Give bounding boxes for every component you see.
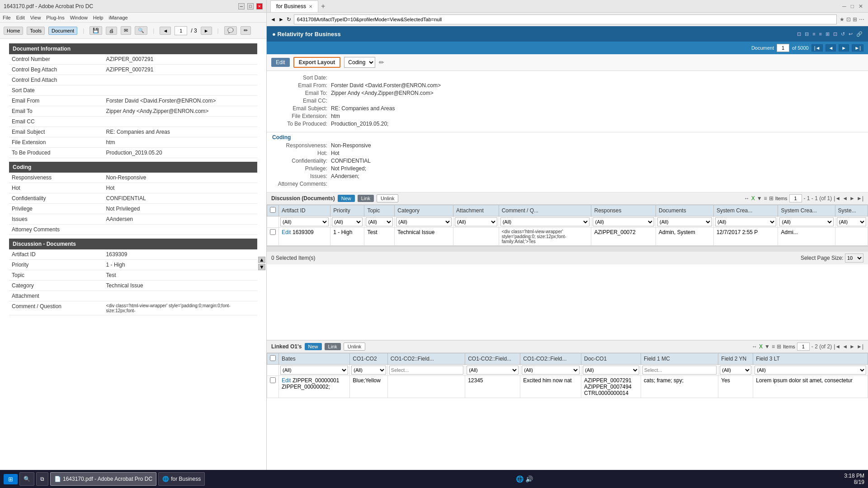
edit-button[interactable]: Edit — [271, 58, 290, 67]
scroll-controls[interactable]: ▲ ▼ — [258, 257, 265, 270]
header-icon-5[interactable]: ⊞ — [826, 31, 830, 37]
menu-view[interactable]: View — [30, 15, 41, 20]
page-input[interactable]: Home — [175, 26, 187, 35]
linked-filter-field2[interactable]: (All) — [465, 365, 520, 376]
export-layout-button[interactable]: Export Layout — [293, 57, 341, 68]
search-btn[interactable]: 🔍 — [135, 26, 147, 35]
linked-edit-link[interactable]: Edit — [282, 377, 291, 384]
taskbar-clock[interactable]: 3:18 PM 8/19 — [844, 473, 864, 485]
ext-icon1[interactable]: ⊡ — [846, 16, 851, 23]
layout-dropdown[interactable]: Coding Default — [344, 57, 375, 68]
menu-imanage[interactable]: iManage — [108, 15, 127, 20]
doc-prev-btn[interactable]: ◄ — [826, 44, 836, 52]
header-icon-3[interactable]: ≡ — [812, 31, 815, 37]
settings-icon[interactable]: ⋯ — [859, 16, 864, 23]
linked-row-checkbox[interactable] — [270, 377, 276, 383]
linked-arrow-icon[interactable]: ↔ — [752, 343, 757, 350]
linked-select-all[interactable] — [270, 355, 276, 361]
browser-minimize[interactable]: ─ — [841, 3, 848, 9]
linked-page-input[interactable] — [797, 343, 810, 351]
linked-col-field2[interactable]: CO1-CO2::Field... — [465, 353, 520, 365]
forward-btn[interactable]: ► — [278, 16, 284, 23]
document-btn[interactable]: Document — [48, 27, 77, 35]
linked-unlink-btn[interactable]: Unlink — [344, 343, 366, 351]
email-btn[interactable]: ✉ — [121, 26, 131, 35]
filter-artifact-id[interactable]: (All) — [279, 216, 330, 228]
excel-icon[interactable]: X — [751, 195, 755, 202]
scroll-down[interactable]: ▼ — [258, 264, 265, 270]
discussion-new-btn[interactable]: New — [338, 195, 355, 202]
linked-filter-bates[interactable]: (All) — [279, 365, 350, 376]
col-syste[interactable]: Syste... — [835, 205, 868, 216]
back-btn[interactable]: ◄ — [270, 16, 276, 23]
linked-first-btn[interactable]: |◄ — [834, 343, 840, 350]
col-category[interactable]: Category — [395, 205, 453, 216]
grid-icon[interactable]: ⊞ — [769, 195, 774, 202]
col-responses[interactable]: Responses — [591, 205, 656, 216]
linked-grid-icon[interactable]: ⊞ — [777, 343, 781, 350]
maximize-button[interactable]: □ — [247, 3, 254, 9]
mc-filter[interactable] — [642, 366, 717, 375]
filter-icon[interactable]: ▼ — [757, 195, 762, 202]
select-all-checkbox[interactable] — [270, 207, 276, 213]
linked-filter-docco1[interactable]: (All) — [581, 365, 641, 376]
linked-col-lt[interactable]: Field 3 LT — [753, 353, 868, 365]
col-artifact-id[interactable]: Artifact ID — [279, 205, 330, 216]
header-icon-9[interactable]: 🔗 — [856, 31, 863, 37]
linked-col-docco1[interactable]: Doc-CO1 — [581, 353, 641, 365]
responses-filter[interactable]: (All) — [593, 217, 654, 226]
linked-col-mc[interactable]: Field 1 MC — [641, 353, 718, 365]
address-input[interactable] — [294, 14, 837, 24]
category-filter[interactable]: (All) — [396, 217, 452, 226]
col-priority[interactable]: Priority — [330, 205, 364, 216]
header-icon-2[interactable]: ⊟ — [805, 31, 809, 37]
start-button[interactable]: ⊞ — [4, 474, 18, 484]
taskbar-task-view[interactable]: ⧉ — [36, 472, 48, 486]
attachment-filter[interactable]: (All) — [455, 217, 497, 226]
header-icon-4[interactable]: ≡ — [819, 31, 822, 37]
linked-link-btn[interactable]: Link — [325, 343, 341, 350]
comment-filter[interactable]: (All) — [500, 217, 590, 226]
filter-sys3[interactable]: (All) — [835, 216, 868, 228]
sys2-filter[interactable]: (All) — [779, 217, 833, 226]
save-btn[interactable]: 💾 — [90, 26, 102, 35]
items-next-btn[interactable]: ► — [849, 195, 855, 202]
filter-documents[interactable]: (All) — [656, 216, 714, 228]
filter-comment[interactable]: (All) — [499, 216, 591, 228]
menu-help[interactable]: Help — [93, 15, 104, 20]
linked-filter-field1[interactable] — [387, 365, 465, 376]
menu-file[interactable]: File — [3, 15, 11, 20]
linked-filter-lt[interactable]: (All) — [753, 365, 868, 376]
browser-tab-active[interactable]: for Business ✕ — [270, 0, 318, 12]
list-icon[interactable]: ≡ — [764, 195, 767, 202]
arrow-icon[interactable]: ↔ — [744, 195, 750, 202]
network-icon[interactable]: 🌐 — [516, 475, 524, 483]
discussion-hscroll[interactable] — [267, 246, 868, 251]
items-page-input[interactable] — [789, 194, 802, 202]
doc-last-btn[interactable]: ►| — [852, 44, 863, 52]
doc-page-input[interactable] — [777, 44, 789, 52]
linked-filter-field3[interactable]: (All) — [520, 365, 581, 376]
markup-btn[interactable]: ✏ — [241, 26, 251, 35]
topic-filter[interactable]: (All) — [366, 217, 393, 226]
row-checkbox-cell[interactable] — [267, 228, 279, 246]
print-btn[interactable]: 🖨 — [106, 27, 117, 35]
filter-topic[interactable]: (All) — [364, 216, 395, 228]
linked-col-field1[interactable]: CO1-CO2::Field... — [387, 353, 465, 365]
linked-filter-yn[interactable]: (All) — [718, 365, 753, 376]
next-page-btn[interactable]: ► — [201, 27, 212, 35]
lt-filter[interactable]: (All) — [755, 366, 866, 375]
linked-excel-icon[interactable]: X — [759, 343, 763, 350]
row-checkbox[interactable] — [270, 229, 276, 235]
menu-edit[interactable]: Edit — [16, 15, 25, 20]
field1-filter[interactable] — [389, 366, 463, 375]
refresh-btn[interactable]: ↻ — [287, 16, 291, 23]
filter-sys2[interactable]: (All) — [778, 216, 835, 228]
taskbar-browser[interactable]: 🌐 for Business — [158, 472, 205, 486]
prev-page-btn[interactable]: ◄ — [160, 27, 171, 35]
header-icon-1[interactable]: ⊡ — [797, 31, 801, 37]
edit-link[interactable]: Edit — [282, 229, 291, 235]
linked-col-co1co2[interactable]: CO1-CO2 — [350, 353, 388, 365]
menu-plugins[interactable]: Plug-Ins — [46, 15, 64, 20]
co1co2-filter[interactable]: (All) — [351, 366, 386, 375]
